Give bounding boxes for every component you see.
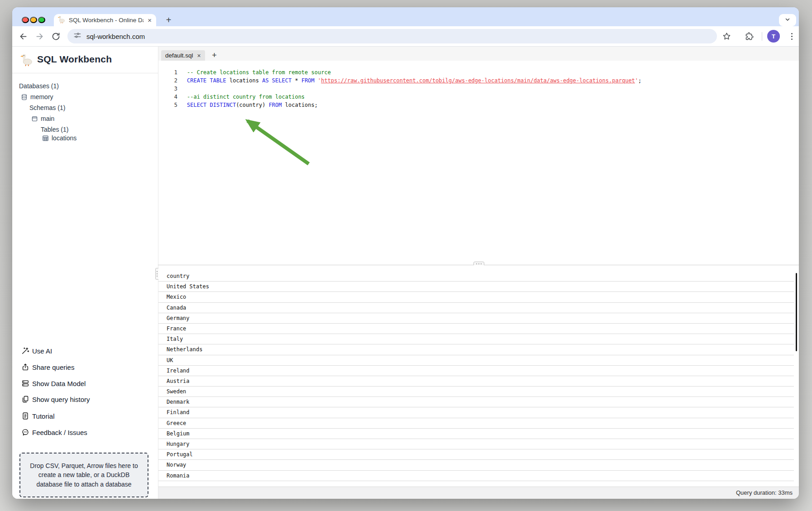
table-row[interactable]: Portugal <box>158 449 794 460</box>
speech-bubble-icon <box>21 428 29 436</box>
table-row[interactable]: Mexico <box>158 292 794 302</box>
browser-tab[interactable]: SQL Workbench - Online Data × <box>54 14 156 26</box>
database-name: memory <box>30 93 53 100</box>
editor-tab-close-icon[interactable]: × <box>197 53 201 59</box>
menu-label: Share queries <box>32 363 74 371</box>
desktop-background: SQL Workbench - Online Data × + <box>0 0 812 511</box>
table-row[interactable]: Belgium <box>158 429 794 439</box>
results-column-header: country <box>158 271 794 282</box>
table-row[interactable]: UK <box>158 355 794 366</box>
browser-tab-strip: SQL Workbench - Online Data × + <box>12 7 799 26</box>
url-bar[interactable]: sql-workbench.com <box>67 29 717 43</box>
back-arrow-icon <box>19 32 28 41</box>
forward-button[interactable] <box>35 32 44 41</box>
editor-tab-bar: default.sql × + <box>158 47 799 61</box>
kebab-menu-icon <box>787 32 797 41</box>
tab-search-button[interactable] <box>779 14 796 26</box>
forward-arrow-icon <box>35 32 44 41</box>
menu-item-tutorial[interactable]: Tutorial <box>12 411 158 421</box>
browser-toolbar: sql-workbench.com T <box>12 26 799 47</box>
code-text: CREATE TABLE locations AS SELECT * FROM … <box>177 76 641 85</box>
code-text <box>177 85 187 93</box>
table-row[interactable]: United States <box>158 282 794 292</box>
databases-label: Databases (1) <box>19 82 59 90</box>
goose-logo-icon <box>20 53 33 67</box>
table-row[interactable]: Norway <box>158 460 794 470</box>
data-model-icon <box>21 379 29 387</box>
browser-tab-title: SQL Workbench - Online Data <box>69 17 143 24</box>
code-line[interactable]: 1-- Create locations table from remote s… <box>158 68 799 76</box>
tab-close-icon[interactable]: × <box>147 17 153 24</box>
window-zoom-button[interactable] <box>38 17 45 23</box>
history-icon <box>21 395 29 403</box>
database-icon <box>21 94 28 100</box>
editor-tab-default-sql[interactable]: default.sql × <box>161 50 205 61</box>
file-drop-zone[interactable]: Drop CSV, Parquet, Arrow files here to c… <box>19 453 148 497</box>
goose-favicon-icon <box>57 15 66 25</box>
table-row[interactable]: Canada <box>158 303 794 313</box>
back-button[interactable] <box>19 32 28 41</box>
table-icon <box>42 135 49 142</box>
menu-item-feedback-issues[interactable]: Feedback / Issues <box>12 427 158 437</box>
window-close-button[interactable] <box>22 17 29 23</box>
menu-label: Show query history <box>32 396 90 403</box>
schema-icon <box>31 115 38 122</box>
table-row[interactable]: Denmark <box>158 397 794 407</box>
bookmark-button[interactable] <box>722 32 731 41</box>
menu-item-share-queries[interactable]: Share queries <box>12 362 158 372</box>
drop-zone-text: Drop CSV, Parquet, Arrow files here to c… <box>29 461 139 489</box>
table-row[interactable]: Greece <box>158 418 794 429</box>
site-settings-icon[interactable] <box>73 31 81 41</box>
menu-label: Feedback / Issues <box>32 429 87 436</box>
line-number: 3 <box>158 85 177 93</box>
table-row[interactable]: Austria <box>158 376 794 387</box>
status-bar: Query duration: 33ms <box>158 487 799 499</box>
table-row[interactable]: Sweden <box>158 387 794 397</box>
reload-button[interactable] <box>51 32 61 41</box>
window-minimize-button[interactable] <box>30 17 37 23</box>
reload-icon <box>51 32 61 41</box>
table-row[interactable]: Germany <box>158 313 794 324</box>
code-line[interactable]: 4--ai distinct country from locations <box>158 93 799 101</box>
new-tab-button[interactable]: + <box>162 14 175 26</box>
app-title: SQL Workbench <box>37 54 112 65</box>
results-scrollbar[interactable] <box>796 273 797 351</box>
menu-label: Show Data Model <box>32 380 86 387</box>
code-line[interactable]: 5SELECT DISTINCT(country) FROM locations… <box>158 101 799 109</box>
table-row[interactable]: Netherlands <box>158 344 794 355</box>
line-number: 1 <box>158 68 177 76</box>
table-row[interactable]: Romania <box>158 471 794 481</box>
query-results-panel: country United StatesMexicoCanadaGermany… <box>158 265 799 487</box>
schema-name: main <box>41 115 54 122</box>
table-row[interactable]: Ireland <box>158 366 794 376</box>
tree-section-databases: Databases (1) <box>19 81 59 91</box>
chevron-down-icon <box>784 16 791 24</box>
table-row[interactable]: Hungary <box>158 439 794 449</box>
tree-item-database[interactable]: memory <box>21 92 53 101</box>
tree-section-tables: Tables (1) <box>41 125 68 134</box>
profile-avatar[interactable]: T <box>767 30 780 43</box>
menu-item-show-query-history[interactable]: Show query history <box>12 394 158 404</box>
url-text: sql-workbench.com <box>86 33 145 40</box>
menu-item-show-data-model[interactable]: Show Data Model <box>12 378 158 388</box>
table-row[interactable]: Finland <box>158 407 794 418</box>
sql-editor[interactable]: 1-- Create locations table from remote s… <box>158 61 799 265</box>
editor-new-tab-button[interactable]: + <box>209 50 220 61</box>
tree-item-schema[interactable]: main <box>31 114 54 123</box>
code-line[interactable]: 2CREATE TABLE locations AS SELECT * FROM… <box>158 76 799 85</box>
code-text: --ai distinct country from locations <box>177 93 305 101</box>
line-number: 4 <box>158 93 177 101</box>
tree-item-table-locations[interactable]: locations <box>42 134 76 143</box>
menu-label: Use AI <box>32 347 52 355</box>
editor-tab-title: default.sql <box>165 52 193 59</box>
extensions-button[interactable] <box>745 32 754 41</box>
document-icon <box>21 412 29 420</box>
table-row[interactable]: France <box>158 324 794 334</box>
code-line[interactable]: 3 <box>158 85 799 93</box>
browser-menu-button[interactable] <box>787 32 797 41</box>
star-icon <box>722 32 731 41</box>
table-row[interactable]: Italy <box>158 334 794 344</box>
menu-item-use-ai[interactable]: Use AI <box>12 346 158 356</box>
tables-label: Tables (1) <box>41 126 68 133</box>
share-icon <box>21 363 29 371</box>
